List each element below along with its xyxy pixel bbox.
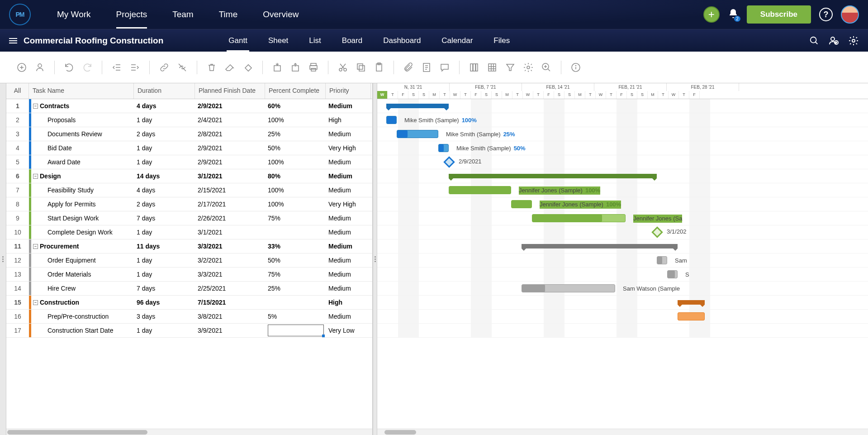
- table-row[interactable]: 15−Construction96 days7/15/2021High: [6, 296, 372, 310]
- gantt-row[interactable]: Mike Smith (Sample)50%: [377, 141, 868, 155]
- table-row[interactable]: 10Complete Design Work1 day3/1/2021Mediu…: [6, 225, 372, 239]
- table-row[interactable]: 3Documents Review2 days2/8/202125%Medium: [6, 127, 372, 141]
- tab-list[interactable]: List: [307, 30, 323, 52]
- cell-duration[interactable]: 1 day: [134, 144, 195, 152]
- collapse-icon[interactable]: −: [33, 300, 38, 305]
- cell-finish[interactable]: 2/9/2021: [195, 102, 265, 110]
- tab-files[interactable]: Files: [492, 30, 512, 52]
- milestone-marker[interactable]: [651, 226, 663, 238]
- cell-name[interactable]: Order Materials: [31, 271, 134, 278]
- cell-duration[interactable]: 7 days: [134, 285, 195, 292]
- cell-duration[interactable]: 4 days: [134, 186, 195, 194]
- gantt-row[interactable]: [377, 239, 868, 253]
- table-row[interactable]: 5Award Date1 day2/9/2021100%Medium: [6, 155, 372, 169]
- summary-bar[interactable]: [522, 244, 678, 249]
- add-row-icon[interactable]: [15, 61, 28, 74]
- milestone-marker[interactable]: [443, 156, 455, 167]
- cell-name[interactable]: −Design: [31, 172, 134, 180]
- cell-priority[interactable]: Medium: [326, 172, 371, 180]
- gantt-row[interactable]: [377, 169, 868, 183]
- cell-finish[interactable]: 2/4/2021: [195, 116, 265, 124]
- import-icon[interactable]: [271, 61, 284, 74]
- cell-name[interactable]: Apply for Permits: [31, 201, 134, 208]
- undo-icon[interactable]: [63, 61, 76, 74]
- gantt-row[interactable]: Sam Watson (Sample: [377, 282, 868, 296]
- gantt-row[interactable]: Jennifer Jones (Sample)100%: [377, 183, 868, 197]
- column-all[interactable]: All: [6, 83, 29, 99]
- nav-my-work[interactable]: My Work: [44, 0, 104, 29]
- cell-percent[interactable]: 50%: [265, 144, 326, 152]
- cell-name[interactable]: −Contracts: [31, 102, 134, 110]
- add-button[interactable]: +: [703, 6, 720, 23]
- cell-finish[interactable]: 3/9/2021: [195, 327, 265, 334]
- cell-name[interactable]: Proposals: [31, 116, 134, 124]
- indent-icon[interactable]: [128, 61, 141, 74]
- nav-projects[interactable]: Projects: [104, 0, 160, 29]
- info-icon[interactable]: [569, 61, 582, 74]
- gantt-row[interactable]: [377, 296, 868, 310]
- cell-name[interactable]: Order Equipment: [31, 257, 134, 264]
- cell-priority[interactable]: Medium: [326, 313, 371, 320]
- tab-sheet[interactable]: Sheet: [266, 30, 290, 52]
- gantt-row[interactable]: Jennifer Jones (Sample)100%: [377, 197, 868, 211]
- cell-priority[interactable]: Medium: [326, 215, 371, 222]
- task-bar[interactable]: Jennifer Jones (Sa: [532, 214, 626, 222]
- cell-name[interactable]: Construction Start Date: [31, 327, 134, 334]
- task-bar[interactable]: Sam: [657, 256, 667, 264]
- nav-team[interactable]: Team: [160, 0, 206, 29]
- cell-duration[interactable]: 1 day: [134, 116, 195, 124]
- assign-icon[interactable]: [33, 61, 46, 74]
- print-icon[interactable]: [307, 61, 320, 74]
- tab-gantt[interactable]: Gantt: [227, 30, 249, 52]
- cell-percent[interactable]: 100%: [265, 158, 326, 166]
- task-bar[interactable]: Jennifer Jones (Sample)100%: [449, 186, 511, 194]
- cell-priority[interactable]: Medium: [326, 271, 371, 278]
- cell-priority[interactable]: Medium: [326, 186, 371, 194]
- column-priority[interactable]: Priority: [326, 83, 371, 99]
- gear-icon[interactable]: [522, 61, 535, 74]
- cell-name[interactable]: Award Date: [31, 158, 134, 166]
- column-duration[interactable]: Duration: [134, 83, 195, 99]
- gantt-row[interactable]: Sam: [377, 253, 868, 268]
- paste-icon[interactable]: [373, 61, 385, 74]
- cell-duration[interactable]: 1 day: [134, 257, 195, 264]
- splitter[interactable]: [373, 83, 377, 435]
- gantt-row[interactable]: [377, 310, 868, 324]
- copy-icon[interactable]: [355, 61, 367, 74]
- gantt-row[interactable]: Jennifer Jones (Sa: [377, 211, 868, 225]
- cell-finish[interactable]: 3/1/2021: [195, 229, 265, 236]
- nav-overview[interactable]: Overview: [250, 0, 311, 29]
- grid-icon[interactable]: [486, 61, 498, 74]
- table-row[interactable]: 16Prep/Pre-construction3 days3/8/20215%M…: [6, 310, 372, 324]
- add-user-icon[interactable]: [828, 35, 839, 46]
- logo[interactable]: PM: [9, 4, 31, 25]
- task-bar[interactable]: Mike Smith (Sample)25%: [397, 130, 438, 138]
- cell-percent[interactable]: 75%: [265, 215, 326, 222]
- task-bar[interactable]: Mike Smith (Sample)100%: [386, 116, 397, 124]
- cell-percent[interactable]: 50%: [265, 257, 326, 264]
- cell-finish[interactable]: 3/3/2021: [195, 243, 265, 250]
- task-bar[interactable]: Sam Watson (Sample: [522, 284, 615, 292]
- tab-dashboard[interactable]: Dashboard: [381, 30, 422, 52]
- cell-percent[interactable]: 25%: [265, 130, 326, 138]
- cell-percent[interactable]: 100%: [265, 116, 326, 124]
- export-icon[interactable]: [289, 61, 302, 74]
- user-avatar[interactable]: [841, 5, 859, 24]
- column-name[interactable]: Task Name: [29, 83, 134, 99]
- cell-percent[interactable]: 25%: [265, 285, 326, 292]
- column-percent[interactable]: Percent Complete: [265, 83, 326, 99]
- table-row[interactable]: 4Bid Date1 day2/9/202150%Very High: [6, 141, 372, 155]
- unlink-icon[interactable]: [176, 61, 189, 74]
- gantt-row[interactable]: Mike Smith (Sample)100%: [377, 113, 868, 127]
- cell-finish[interactable]: 3/1/2021: [195, 172, 265, 180]
- nav-time[interactable]: Time: [206, 0, 251, 29]
- cell-finish[interactable]: 2/9/2021: [195, 144, 265, 152]
- cell-name[interactable]: Prep/Pre-construction: [31, 313, 134, 320]
- cell-percent[interactable]: 33%: [265, 243, 326, 250]
- cell-duration[interactable]: 3 days: [134, 313, 195, 320]
- table-row[interactable]: 2Proposals1 day2/4/2021100%High: [6, 113, 372, 127]
- task-bar[interactable]: Jennifer Jones (Sample)100%: [511, 200, 532, 208]
- summary-bar[interactable]: [678, 300, 705, 305]
- delete-icon[interactable]: [205, 61, 218, 74]
- cell-finish[interactable]: 2/17/2021: [195, 201, 265, 208]
